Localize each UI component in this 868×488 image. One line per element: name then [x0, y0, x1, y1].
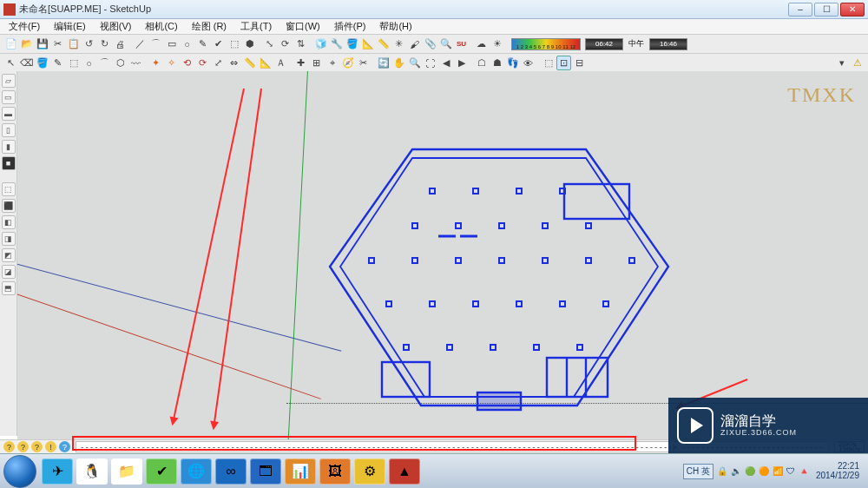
- tool-icon[interactable]: ○: [82, 56, 96, 70]
- tool-icon[interactable]: 📎: [423, 36, 437, 51]
- tool-icon[interactable]: 👣: [505, 56, 520, 70]
- tool-icon[interactable]: ⟲: [180, 56, 194, 70]
- taskbar-app[interactable]: ✈: [42, 458, 73, 485]
- zoom-icon[interactable]: 🔍: [407, 56, 422, 70]
- tool-icon[interactable]: 🖌: [407, 36, 422, 51]
- taskbar-app[interactable]: ✔: [146, 458, 177, 485]
- style-icon[interactable]: ▭: [2, 90, 16, 104]
- tray-icon[interactable]: 🛡: [786, 466, 795, 476]
- tool-icon[interactable]: 🖨: [113, 36, 128, 51]
- shadow-gradient[interactable]: 1 2 3 4 5 6 7 8 9 10 11 12: [511, 38, 581, 50]
- style-icon[interactable]: ▯: [2, 123, 16, 137]
- line-icon[interactable]: ／: [133, 36, 148, 51]
- taskbar-app[interactable]: 🗔: [250, 458, 281, 485]
- tool-icon[interactable]: 🔧: [329, 36, 344, 51]
- taskbar-app[interactable]: 📁: [111, 458, 142, 485]
- taskbar-app[interactable]: 🌐: [181, 458, 212, 485]
- shape-icon[interactable]: ▭: [164, 36, 179, 51]
- menu-help[interactable]: 帮助(H): [376, 19, 415, 34]
- paint-icon[interactable]: 🪣: [35, 56, 49, 70]
- taskbar-app[interactable]: ▲: [389, 458, 420, 485]
- tool-icon[interactable]: ⌖: [325, 56, 339, 70]
- tool-icon[interactable]: ◀: [438, 56, 453, 70]
- menu-tools[interactable]: 工具(T): [237, 19, 275, 34]
- taskbar-app[interactable]: ∞: [215, 458, 247, 485]
- tray-icon[interactable]: 🟠: [759, 466, 769, 476]
- tool-icon[interactable]: ⬡: [113, 56, 128, 70]
- view-icon[interactable]: ◨: [2, 232, 16, 246]
- tool-icon[interactable]: ▶: [454, 56, 469, 70]
- tool-icon[interactable]: ▾: [834, 56, 849, 70]
- tool-icon[interactable]: ✎: [195, 36, 210, 51]
- tool-icon[interactable]: 📐: [360, 36, 375, 51]
- maximize-button[interactable]: ☐: [814, 3, 838, 16]
- erase-icon[interactable]: ⌫: [19, 56, 34, 70]
- help-icon[interactable]: ?: [17, 441, 29, 452]
- circle-icon[interactable]: ○: [180, 36, 194, 51]
- tool-icon[interactable]: SU: [454, 36, 469, 51]
- shadow-time-1[interactable]: 06:42: [585, 38, 623, 50]
- tool-icon[interactable]: Ａ: [273, 56, 288, 70]
- tool-icon[interactable]: ⤡: [262, 36, 277, 51]
- menu-edit[interactable]: 编辑(E): [50, 19, 89, 34]
- taskbar-app[interactable]: 🖼: [319, 458, 351, 485]
- tool-icon[interactable]: ✚: [293, 56, 308, 70]
- tool-icon[interactable]: 📏: [376, 36, 391, 51]
- pan-icon[interactable]: ✋: [391, 56, 406, 70]
- ime-indicator[interactable]: CH 英: [683, 464, 713, 479]
- select-icon[interactable]: ↖: [3, 56, 18, 70]
- tool-icon[interactable]: ↺: [82, 36, 96, 51]
- minimize-button[interactable]: –: [788, 3, 812, 16]
- warning-icon[interactable]: ⚠: [850, 56, 865, 70]
- menu-file[interactable]: 文件(F): [5, 19, 43, 34]
- tool-icon[interactable]: ☖: [474, 56, 489, 70]
- close-button[interactable]: ✕: [840, 3, 865, 16]
- tool-icon[interactable]: ✳: [391, 36, 406, 51]
- tool-icon[interactable]: 🧭: [340, 56, 355, 70]
- tool-icon[interactable]: ⊟: [572, 56, 587, 70]
- tool-icon[interactable]: ↻: [97, 36, 112, 51]
- tool-icon[interactable]: 🪣: [345, 36, 359, 51]
- start-button[interactable]: [3, 455, 36, 488]
- taskbar-app[interactable]: 🐧: [76, 458, 108, 485]
- model-viewport[interactable]: TMXK: [17, 71, 868, 439]
- tool-icon[interactable]: 📋: [66, 36, 81, 51]
- tool-icon[interactable]: ✔: [211, 36, 226, 51]
- style-icon[interactable]: ▮: [2, 140, 16, 154]
- tool-icon[interactable]: ⟳: [195, 56, 210, 70]
- tool-icon[interactable]: ⬢: [242, 36, 257, 51]
- view-icon[interactable]: ⬚: [2, 182, 16, 196]
- view-icon[interactable]: ⬛: [2, 199, 16, 213]
- tool-icon[interactable]: ✂: [50, 36, 65, 51]
- tool-icon[interactable]: ⤢: [211, 56, 226, 70]
- tool-icon[interactable]: 📏: [242, 56, 257, 70]
- tool-icon[interactable]: 🧊: [313, 36, 328, 51]
- menu-window[interactable]: 窗口(W): [282, 19, 324, 34]
- taskbar-clock[interactable]: 22:21 2014/12/29: [812, 462, 863, 480]
- info-icon[interactable]: ?: [59, 441, 70, 452]
- tool-icon[interactable]: ☁: [474, 36, 489, 51]
- tool-icon[interactable]: ⬚: [541, 56, 556, 70]
- zoom-extents-icon[interactable]: ⛶: [423, 56, 437, 70]
- style-icon[interactable]: ▬: [2, 107, 16, 121]
- tool-icon[interactable]: ⇅: [293, 36, 308, 51]
- view-icon[interactable]: ⬒: [2, 281, 16, 295]
- menu-camera[interactable]: 相机(C): [141, 19, 181, 34]
- tool-icon[interactable]: ✂: [356, 56, 371, 70]
- tool-icon[interactable]: ⟳: [278, 36, 293, 51]
- taskbar-app[interactable]: 📊: [285, 458, 316, 485]
- tool-icon[interactable]: 📄: [3, 36, 18, 51]
- tool-icon[interactable]: 💾: [35, 36, 49, 51]
- tool-icon[interactable]: ⇔: [227, 56, 241, 70]
- tray-icon[interactable]: 🔒: [717, 466, 727, 476]
- arc-icon[interactable]: ⌒: [148, 36, 163, 51]
- alert-icon[interactable]: !: [45, 441, 56, 452]
- tool-icon[interactable]: 👁: [521, 56, 536, 70]
- tool-icon[interactable]: ⌒: [97, 56, 112, 70]
- view-icon[interactable]: ◧: [2, 215, 16, 229]
- tool-icon[interactable]: ⊞: [309, 56, 324, 70]
- tray-icon[interactable]: 📶: [773, 466, 783, 476]
- tool-icon[interactable]: ⊡: [556, 56, 571, 70]
- tray-icon[interactable]: 🔈: [731, 466, 741, 476]
- tool-icon[interactable]: ✧: [164, 56, 179, 70]
